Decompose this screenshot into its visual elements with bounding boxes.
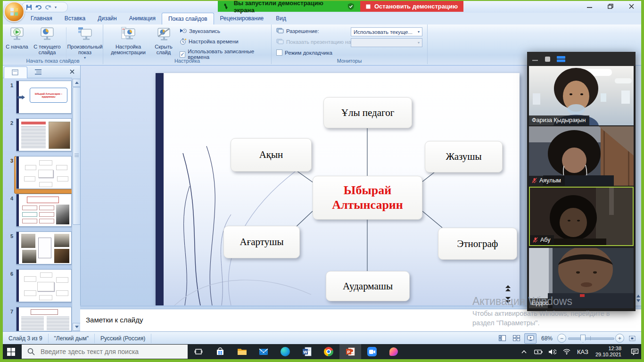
tab-design[interactable]: Дизайн xyxy=(91,13,123,25)
tab-insert[interactable]: Вставка xyxy=(58,13,92,25)
taskbar-app-explorer[interactable] xyxy=(231,344,253,359)
taskbar-app-edge[interactable] xyxy=(274,344,296,359)
zoom-minimize-icon[interactable] xyxy=(532,56,538,62)
tray-wifi[interactable] xyxy=(560,344,574,359)
setup-slideshow-button[interactable]: Настройка демонстрации xyxy=(107,26,149,55)
scrollbar-down-button[interactable] xyxy=(73,323,81,331)
restore-button[interactable] xyxy=(603,2,618,10)
task-view-icon xyxy=(194,348,203,355)
search-input[interactable] xyxy=(40,347,173,356)
slide-thumbnail-5[interactable] xyxy=(16,231,72,264)
custom-show-button[interactable]: Произвольный показ ▾ xyxy=(68,26,102,61)
taskbar-app-mail[interactable] xyxy=(253,344,274,359)
record-narration-button[interactable]: Звукозапись xyxy=(180,28,220,34)
close-pane-icon[interactable] xyxy=(70,69,74,74)
tab-view[interactable]: Вид xyxy=(270,13,292,25)
hide-slide-button[interactable]: Скрыть слайд xyxy=(150,26,177,55)
notes-area[interactable]: Заметки к слайду xyxy=(80,309,641,332)
tray-time: 12:38 xyxy=(595,346,621,352)
participant-video-3-active-speaker[interactable]: Абу xyxy=(529,187,634,246)
save-icon[interactable] xyxy=(26,4,32,10)
next-slide-button[interactable] xyxy=(505,296,511,303)
redo-icon[interactable] xyxy=(45,4,52,10)
close-button[interactable] xyxy=(624,2,638,10)
slide-thumbnail-1[interactable]: Ыбырай Алтынсарин – аудармашы xyxy=(16,81,72,114)
editor-vertical-scrollbar[interactable] xyxy=(635,66,642,305)
taskbar-search[interactable] xyxy=(22,345,188,359)
slide-thumbnail-7[interactable] xyxy=(16,307,72,331)
zoom-percentage[interactable]: 68% xyxy=(538,335,555,342)
diagram-center-title[interactable]: Ыбырай Алтынсарин xyxy=(313,176,422,220)
from-start-button[interactable]: С начала xyxy=(5,26,29,49)
tab-slideshow[interactable]: Показ слайдов xyxy=(162,13,214,25)
taskbar-app-powerpoint-active[interactable]: P xyxy=(339,344,361,359)
zoom-in-button[interactable]: + xyxy=(615,334,624,343)
thumbnails-scrollbar[interactable] xyxy=(72,78,81,331)
task-view-button[interactable] xyxy=(188,344,209,359)
tab-slides-thumbnails[interactable] xyxy=(4,66,27,78)
tab-animations[interactable]: Анимация xyxy=(123,13,162,25)
fit-to-window-button[interactable] xyxy=(626,333,638,344)
taskbar-app-store[interactable] xyxy=(209,344,231,359)
diagram-node-audarmashy[interactable]: Аудармашы xyxy=(326,271,410,301)
status-slide-info[interactable]: Слайд 3 из 9 xyxy=(3,334,49,343)
diagram-node-agartushy[interactable]: Ағартушы xyxy=(223,226,300,258)
participant-video-1[interactable]: Фариза Қыдырақын xyxy=(529,66,634,125)
participant-video-2[interactable]: Аяулым xyxy=(529,126,634,186)
zoom-fullscreen-icon[interactable] xyxy=(545,56,551,62)
scrollbar-thumb[interactable] xyxy=(73,87,81,225)
diagram-node-zhazushy[interactable]: Жазушы xyxy=(425,141,503,173)
zoom-out-button[interactable]: − xyxy=(557,334,566,343)
presenter-view-checkbox[interactable] xyxy=(276,49,282,56)
undo-icon[interactable] xyxy=(35,4,42,10)
thumb4-item xyxy=(39,212,54,217)
diagram-node-etnograf[interactable]: Этнограф xyxy=(438,228,517,260)
zoom-gallery-view-icon[interactable] xyxy=(557,56,565,62)
status-language[interactable]: Русский (Россия) xyxy=(95,334,151,343)
taskbar-app-zoom[interactable] xyxy=(361,344,383,359)
group-divider xyxy=(66,27,66,61)
zoom-slider[interactable] xyxy=(568,334,613,342)
slides-thumbnail-pane: 1 Ыбырай Алтынсарин – аудармашы 2 3 xyxy=(3,66,81,331)
normal-view-button[interactable] xyxy=(496,333,508,344)
qat-customize-icon[interactable]: ▾ xyxy=(55,5,57,9)
tray-volume[interactable] xyxy=(545,344,560,359)
previous-slide-button[interactable] xyxy=(505,285,511,292)
taskbar-app-paint3d[interactable] xyxy=(383,344,405,359)
tray-language-switcher[interactable]: КАЗ xyxy=(574,344,592,359)
share-frame-top xyxy=(0,0,644,1)
tab-outline[interactable] xyxy=(27,66,50,78)
slide-thumbnail-6[interactable] xyxy=(16,269,72,302)
diagram-node-pedagog[interactable]: Ұлы педагог xyxy=(323,97,412,128)
participant-video-4[interactable]: Ердос xyxy=(529,248,634,308)
from-current-slide-button[interactable]: С текущего слайда xyxy=(30,26,64,55)
slide-thumbnail-3[interactable] xyxy=(16,156,72,189)
tray-clock[interactable]: 12:38 29.10.2021 xyxy=(592,346,625,358)
diagram-node-akyn[interactable]: Ақын xyxy=(231,138,312,172)
fit-to-window-icon xyxy=(629,336,636,341)
start-button[interactable] xyxy=(0,344,22,359)
resolution-dropdown[interactable]: Использовать текуще... ▾ xyxy=(351,27,422,36)
slide-thumbnail-4[interactable] xyxy=(16,194,72,227)
use-timings-checkbox[interactable]: ✓ xyxy=(180,51,185,58)
tab-review[interactable]: Рецензирование xyxy=(214,13,270,25)
scrollbar-up-button[interactable] xyxy=(73,79,81,87)
tray-language: КАЗ xyxy=(577,348,588,355)
slide-canvas[interactable]: Ұлы педагог Ақын Жазушы Ыбырай Алтынсари… xyxy=(156,73,520,305)
taskbar-app-chrome[interactable] xyxy=(318,344,339,359)
tray-battery[interactable] xyxy=(531,344,545,359)
minimize-button[interactable] xyxy=(583,2,597,10)
slide-sorter-view-button[interactable] xyxy=(510,333,522,344)
stop-share-button[interactable]: Остановить демонстрацию xyxy=(360,1,463,12)
zoom-slider-thumb[interactable] xyxy=(580,335,586,343)
slideshow-view-button[interactable] xyxy=(524,333,537,344)
status-theme[interactable]: "Легкий дым" xyxy=(49,334,95,343)
setup-slideshow-label: Настройка демонстрации xyxy=(107,44,149,55)
presenter-view-row[interactable]: Режим докладчика xyxy=(276,49,332,56)
taskbar-app-word[interactable]: W xyxy=(296,344,318,359)
tab-home[interactable]: Главная xyxy=(25,13,58,25)
rehearse-timings-button[interactable]: Настройка времени xyxy=(180,38,239,45)
slide-thumbnail-2[interactable] xyxy=(16,118,72,151)
tray-chevron-button[interactable] xyxy=(517,344,531,359)
office-button[interactable] xyxy=(4,1,25,22)
